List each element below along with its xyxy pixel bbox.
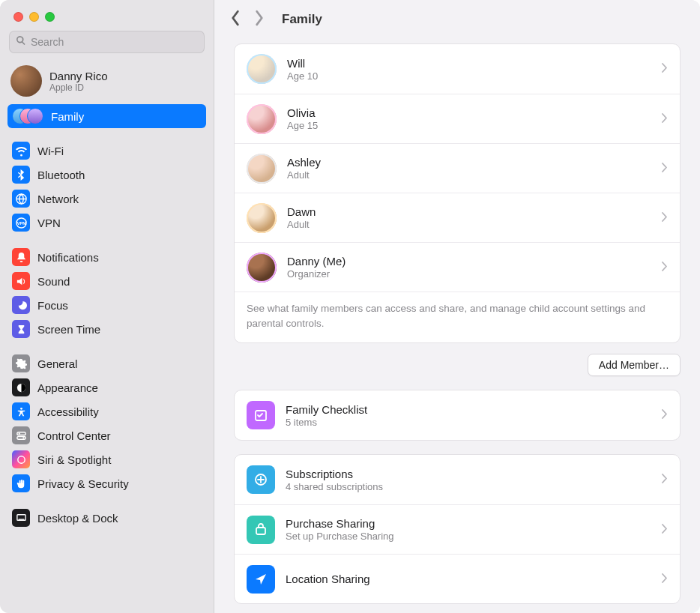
close-window-button[interactable]: [13, 12, 23, 22]
main-content[interactable]: Will Age 10 Olivia Age 15 Ashley Adult D…: [214, 39, 700, 613]
dock-icon: [12, 509, 30, 527]
maximize-window-button[interactable]: [45, 12, 55, 22]
bluetooth-icon: [12, 166, 30, 184]
hourglass-icon: [12, 320, 30, 338]
sidebar-nav: Family Wi-Fi Bluetooth Network VPN: [0, 104, 214, 548]
network-icon: [12, 190, 30, 208]
main-pane: Family Will Age 10 Olivia Age 15 Ashley …: [214, 0, 700, 613]
search-input[interactable]: [31, 36, 198, 48]
row-title: Family Checklist: [286, 403, 367, 416]
svg-rect-11: [18, 519, 24, 519]
family-member-row[interactable]: Dawn Adult: [235, 193, 680, 242]
sidebar-item-label: Privacy & Security: [37, 477, 129, 490]
sidebar-item-label: Screen Time: [37, 323, 100, 336]
chevron-right-icon: [662, 523, 668, 537]
chevron-right-icon: [662, 261, 668, 274]
wifi-icon: [12, 142, 30, 160]
sidebar: Danny Rico Apple ID Family Wi-Fi: [0, 0, 214, 613]
sidebar-item-label: Accessibility: [37, 405, 99, 418]
focus-icon: [12, 296, 30, 314]
sidebar-item-vpn[interactable]: VPN VPN: [7, 211, 206, 235]
service-row[interactable]: Subscriptions 4 shared subscriptions: [235, 455, 680, 504]
account-name: Danny Rico: [49, 70, 108, 82]
service-row[interactable]: Purchase Sharing Set up Purchase Sharing: [235, 504, 680, 554]
chevron-right-icon: [662, 211, 668, 225]
sidebar-item-family[interactable]: Family: [7, 104, 206, 128]
svg-point-9: [17, 456, 24, 462]
settings-window: Danny Rico Apple ID Family Wi-Fi: [0, 0, 700, 613]
search-icon: [16, 35, 31, 49]
account-sub: Apple ID: [49, 82, 108, 93]
member-avatar: [247, 104, 277, 134]
sidebar-item-bluetooth[interactable]: Bluetooth: [7, 163, 206, 187]
member-name: Olivia: [287, 106, 318, 119]
member-avatar: [247, 54, 277, 84]
row-sub: Set up Purchase Sharing: [286, 531, 394, 542]
location-icon: [247, 565, 275, 594]
sidebar-item-label: Bluetooth: [37, 169, 85, 181]
sidebar-item-accessibility[interactable]: Accessibility: [7, 399, 206, 423]
sidebar-item-focus[interactable]: Focus: [7, 293, 206, 317]
search-field[interactable]: [9, 31, 205, 53]
user-avatar: [10, 65, 42, 97]
sidebar-item-siri[interactable]: Siri & Spotlight: [7, 447, 206, 471]
main-header: Family: [214, 0, 700, 39]
vpn-icon: VPN: [12, 214, 30, 232]
sidebar-item-label: Desktop & Dock: [37, 512, 118, 525]
nav-back-button[interactable]: [229, 10, 241, 29]
member-avatar: [247, 203, 277, 233]
member-name: Danny (Me): [287, 255, 346, 268]
sidebar-item-network[interactable]: Network: [7, 187, 206, 211]
page-title: Family: [282, 12, 322, 27]
family-member-row[interactable]: Will Age 10: [235, 44, 680, 94]
member-sub: Adult: [287, 169, 321, 181]
sidebar-item-label: Appearance: [37, 381, 98, 394]
service-row[interactable]: Location Sharing: [235, 554, 680, 603]
member-sub: Age 15: [287, 120, 318, 131]
sidebar-item-general[interactable]: General: [7, 351, 206, 375]
member-sub: Organizer: [287, 268, 346, 280]
family-checklist-row[interactable]: Family Checklist 5 items: [235, 390, 680, 440]
sidebar-item-label: Network: [37, 193, 79, 205]
svg-point-8: [22, 437, 24, 438]
sidebar-item-controlcenter[interactable]: Control Center: [7, 423, 206, 447]
member-avatar: [247, 253, 277, 283]
accessibility-icon: [12, 402, 30, 420]
minimize-window-button[interactable]: [29, 12, 39, 22]
sidebar-item-notifications[interactable]: Notifications: [7, 245, 206, 269]
svg-point-4: [20, 407, 22, 409]
sidebar-item-wifi[interactable]: Wi-Fi: [7, 139, 206, 163]
svg-text:VPN: VPN: [16, 221, 25, 226]
family-member-row[interactable]: Danny (Me) Organizer: [235, 242, 680, 292]
sidebar-item-appearance[interactable]: Appearance: [7, 375, 206, 399]
add-member-button[interactable]: Add Member…: [588, 354, 681, 376]
member-sub: Age 10: [287, 70, 318, 82]
family-icon: [12, 107, 43, 125]
row-title: Purchase Sharing: [286, 517, 394, 530]
chevron-right-icon: [662, 573, 668, 586]
sidebar-item-label: Siri & Spotlight: [37, 453, 111, 466]
family-footer-text: See what family members can access and s…: [235, 292, 680, 342]
sidebar-item-label: Family: [51, 110, 84, 123]
family-member-row[interactable]: Ashley Adult: [235, 143, 680, 193]
sidebar-item-privacy[interactable]: Privacy & Security: [7, 471, 206, 495]
sidebar-item-appleid[interactable]: Danny Rico Apple ID: [0, 61, 214, 104]
family-member-row[interactable]: Olivia Age 15: [235, 94, 680, 143]
hand-icon: [12, 474, 30, 492]
row-title: Subscriptions: [286, 468, 383, 480]
purchase-icon: [247, 516, 275, 544]
sidebar-item-desktop-dock[interactable]: Desktop & Dock: [7, 506, 206, 530]
nav-forward-button[interactable]: [253, 10, 265, 29]
row-sub: 4 shared subscriptions: [286, 481, 383, 492]
window-controls: [0, 4, 214, 28]
switches-icon: [12, 426, 30, 444]
checklist-icon: [247, 401, 275, 429]
sidebar-item-sound[interactable]: Sound: [7, 269, 206, 293]
sidebar-item-label: VPN: [37, 217, 61, 229]
family-checklist-card: Family Checklist 5 items: [234, 390, 681, 441]
sidebar-item-label: General: [37, 357, 77, 370]
sidebar-item-screentime[interactable]: Screen Time: [7, 317, 206, 341]
family-members-card: Will Age 10 Olivia Age 15 Ashley Adult D…: [234, 43, 681, 343]
chevron-right-icon: [662, 408, 668, 422]
row-sub: 5 items: [286, 417, 367, 428]
